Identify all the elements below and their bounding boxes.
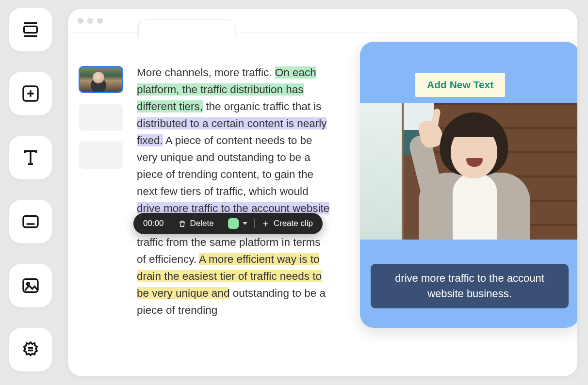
clip-thumb-1[interactable] — [79, 66, 123, 93]
clip-thumb-2[interactable] — [79, 104, 123, 131]
create-clip-label: Create clip — [274, 219, 313, 228]
toolbar-timestamp: 00:00 — [143, 219, 164, 228]
svg-rect-8 — [23, 216, 38, 227]
tool-image[interactable] — [9, 264, 52, 307]
caption-line: drive more traffic to the account — [395, 272, 544, 284]
create-clip-button[interactable]: Create clip — [261, 219, 313, 228]
clip-thumb-3[interactable] — [79, 142, 123, 169]
window-header — [68, 9, 577, 33]
toolbar-separator — [171, 219, 171, 228]
text-icon — [21, 148, 40, 167]
maximize-dot[interactable] — [97, 18, 103, 24]
video-frame[interactable] — [360, 103, 577, 240]
transcript-text[interactable]: More channels, more traffic. On each pla… — [137, 64, 330, 319]
tool-layout[interactable] — [9, 8, 52, 51]
selection-toolbar: 00:00 Delete Cre — [133, 213, 323, 234]
tool-text[interactable] — [9, 136, 52, 179]
highlight-swatch — [228, 218, 239, 229]
clip-thumbnails — [79, 43, 127, 376]
plus-icon — [261, 220, 270, 228]
toolbar-separator — [221, 219, 221, 228]
caption-line: website business. — [427, 288, 512, 300]
transcript-seg[interactable]: the organic traffic that is — [203, 100, 322, 112]
transcript-seg[interactable]: A piece of content needs to be very uniq… — [137, 134, 313, 197]
tool-subtitle[interactable] — [9, 200, 52, 243]
toolbar-separator — [254, 219, 255, 228]
tool-badge[interactable] — [9, 328, 52, 371]
active-tab[interactable] — [139, 19, 236, 39]
tool-add[interactable] — [9, 72, 52, 115]
badge-icon — [21, 340, 40, 359]
tool-sidebar — [9, 8, 52, 371]
video-caption[interactable]: drive more traffic to the account websit… — [371, 264, 569, 308]
highlight-color-picker[interactable] — [228, 218, 247, 229]
add-text-button[interactable]: Add New Text — [415, 73, 505, 97]
speaker-illustration — [406, 111, 532, 237]
add-icon — [21, 84, 40, 103]
delete-label: Delete — [190, 219, 214, 228]
editor-window: More channels, more traffic. On each pla… — [68, 9, 577, 376]
transcript-seg[interactable]: More channels, more traffic. — [137, 66, 275, 79]
svg-rect-1 — [24, 26, 37, 32]
layout-icon — [21, 20, 40, 39]
close-dot[interactable] — [78, 18, 83, 24]
delete-button[interactable]: Delete — [178, 219, 214, 228]
subtitle-icon — [21, 212, 40, 231]
minimize-dot[interactable] — [87, 18, 93, 24]
transcript-panel: More channels, more traffic. On each pla… — [127, 43, 333, 376]
chevron-down-icon — [243, 222, 247, 225]
image-icon — [21, 276, 40, 295]
video-preview: Add New Text drive more traffic to the a… — [360, 42, 577, 328]
window-controls[interactable] — [78, 18, 103, 24]
trash-icon — [178, 220, 186, 228]
